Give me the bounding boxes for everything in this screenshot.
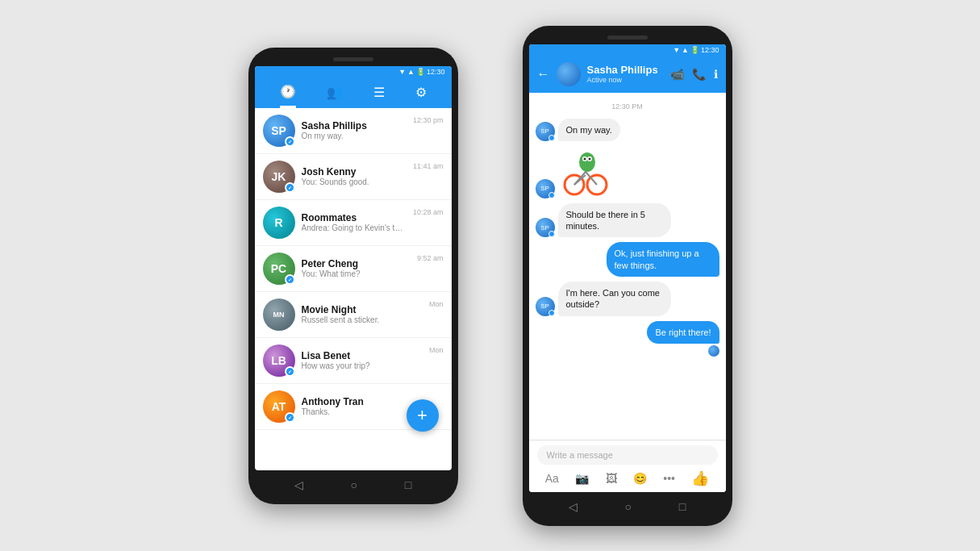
voice-call-button[interactable]: 📞 [692, 68, 706, 81]
convo-josh-kenny[interactable]: JK Josh Kenny You: Sounds good. 11:41 am [255, 154, 452, 200]
msg-avatar-sasha-sticker: SP [536, 179, 555, 198]
status-time-left: 12:30 [427, 68, 445, 76]
convo-time-josh: 11:41 am [413, 162, 444, 170]
msg-avatar-sasha-4: SP [536, 297, 555, 316]
badge-sasha [285, 136, 295, 147]
msg-bubble-5: Be right there! [647, 321, 719, 344]
msg-bubble-2: Should be there in 5 minutes. [558, 203, 671, 238]
convo-lisa-benet[interactable]: LB Lisa Benet How was your trip? Mon [255, 338, 452, 384]
chat-header: ← Sasha Phillips Active now 📹 📞 ℹ [529, 56, 726, 93]
message-row-4: SP I'm here. Can you come outside? [536, 282, 719, 316]
phone-right: ▼ ▲ 🔋 12:30 ← Sasha Phillips Active now … [523, 26, 732, 526]
convo-preview-lisa: How was your trip? [302, 361, 423, 370]
tab-people[interactable]: 👥 [327, 85, 343, 106]
tab-settings[interactable]: ⚙ [415, 85, 427, 106]
msg-bubble-4: I'm here. Can you come outside? [558, 282, 671, 316]
more-button[interactable]: ••• [663, 472, 675, 485]
emoji-button[interactable]: 😊 [633, 472, 647, 485]
timestamp-divider: 12:30 PM [536, 99, 719, 114]
conversation-list: SP Sasha Phillips On my way. 12:30 pm JK… [255, 108, 452, 430]
nav-recent-right[interactable]: □ [679, 500, 686, 513]
avatar-lisa: LB [263, 344, 295, 377]
convo-time-roommates: 10:28 am [413, 208, 444, 216]
read-receipt-avatar [708, 345, 719, 357]
chat-contact-avatar [557, 62, 581, 86]
convo-time-movie: Mon [429, 300, 444, 308]
video-call-button[interactable]: 📹 [670, 68, 684, 81]
phone-left-speaker [255, 57, 452, 61]
nav-home-left[interactable]: ○ [351, 478, 357, 491]
convo-preview-roommates: Andrea: Going to Kevin's tonight? [302, 223, 407, 232]
gallery-button[interactable]: 🖼 [606, 472, 617, 485]
badge-peter [285, 274, 295, 285]
chat-header-actions: 📹 📞 ℹ [670, 68, 718, 81]
convo-sasha-phillips[interactable]: SP Sasha Phillips On my way. 12:30 pm [255, 108, 452, 154]
chat-contact-name: Sasha Phillips [587, 64, 664, 76]
tab-recent[interactable]: 🕐 [280, 84, 296, 108]
avatar-sasha: SP [263, 115, 295, 147]
chat-contact-info: Sasha Phillips Active now [587, 64, 664, 84]
svg-point-9 [583, 157, 586, 160]
convo-name-josh: Josh Kenny [302, 166, 407, 177]
status-bar-left: ▼ ▲ 🔋 12:30 [255, 66, 452, 77]
svg-point-10 [588, 157, 590, 160]
convo-content-lisa: Lisa Benet How was your trip? [302, 350, 423, 370]
battery-icon: 🔋 [416, 68, 425, 76]
convo-time-peter: 9:52 am [417, 254, 444, 262]
sent-msg-group: Be right there! [647, 321, 719, 357]
message-input-area: Write a message Aa 📷 🖼 😊 ••• 👍 [529, 440, 726, 492]
badge-josh [285, 182, 295, 193]
convo-name-sasha: Sasha Phillips [302, 120, 407, 131]
signal-icon: ▲ [407, 68, 415, 76]
convo-name-peter: Peter Cheng [302, 258, 411, 269]
phone-right-screen: ▼ ▲ 🔋 12:30 ← Sasha Phillips Active now … [529, 44, 726, 492]
msg-avatar-sasha-0: SP [536, 122, 555, 141]
nav-home-right[interactable]: ○ [625, 500, 632, 513]
phone-left: ▼ ▲ 🔋 12:30 🕐 👥 ☰ ⚙ SP [248, 48, 458, 504]
tab-menu[interactable]: ☰ [373, 85, 385, 106]
avatar-anthony: AT [263, 390, 295, 423]
convo-preview-movie: Russell sent a sticker. [302, 315, 423, 324]
camera-button[interactable]: 📷 [575, 472, 589, 485]
message-row-0: SP On my way. [536, 119, 719, 141]
convo-content-josh: Josh Kenny You: Sounds good. [302, 166, 407, 186]
message-action-bar: Aa 📷 🖼 😊 ••• 👍 [537, 470, 718, 487]
nav-back-right[interactable]: ◁ [569, 500, 578, 513]
convo-preview-peter: You: What time? [302, 269, 411, 278]
message-row-sticker: SP [536, 146, 719, 198]
chat-contact-status: Active now [587, 76, 664, 84]
convo-preview-sasha: On my way. [302, 131, 407, 140]
phone-right-speaker [529, 35, 726, 40]
svg-point-6 [579, 152, 595, 172]
convo-roommates[interactable]: R Roommates Andrea: Going to Kevin's ton… [255, 200, 452, 246]
convo-movie-night[interactable]: MN Movie Night Russell sent a sticker. M… [255, 292, 452, 338]
nav-back-left[interactable]: ◁ [294, 478, 303, 491]
sticker-svg [558, 146, 611, 198]
badge-lisa [285, 366, 295, 377]
status-bar-right: ▼ ▲ 🔋 12:30 [529, 44, 726, 56]
convo-name-roommates: Roommates [302, 212, 407, 223]
messenger-nav-header: 🕐 👥 ☰ ⚙ [255, 77, 452, 108]
convo-time-lisa: Mon [429, 346, 444, 354]
signal-icon-right: ▲ [682, 46, 689, 54]
info-button[interactable]: ℹ [714, 68, 718, 81]
message-input-field[interactable]: Write a message [537, 445, 718, 465]
convo-content-movie: Movie Night Russell sent a sticker. [302, 304, 423, 324]
new-conversation-fab[interactable]: + [407, 399, 439, 432]
convo-content-peter: Peter Cheng You: What time? [302, 258, 411, 278]
nav-recent-left[interactable]: □ [405, 478, 411, 491]
phone-left-screen: ▼ ▲ 🔋 12:30 🕐 👥 ☰ ⚙ SP [255, 66, 452, 470]
scene: ▼ ▲ 🔋 12:30 🕐 👥 ☰ ⚙ SP [248, 26, 732, 526]
avatar-roommates: R [263, 207, 295, 239]
font-button[interactable]: Aa [545, 472, 559, 485]
wifi-icon: ▼ [398, 68, 406, 76]
battery-icon-right: 🔋 [690, 46, 699, 54]
convo-peter-cheng[interactable]: PC Peter Cheng You: What time? 9:52 am [255, 246, 452, 292]
badge-anthony [285, 412, 295, 423]
back-button[interactable]: ← [537, 67, 550, 81]
messages-area: 12:30 PM SP On my way. SP [529, 93, 726, 440]
fab-container: + [255, 430, 452, 470]
message-row-2: SP Should be there in 5 minutes. [536, 203, 719, 238]
like-button[interactable]: 👍 [691, 470, 709, 487]
status-time-right: 12:30 [701, 46, 719, 54]
